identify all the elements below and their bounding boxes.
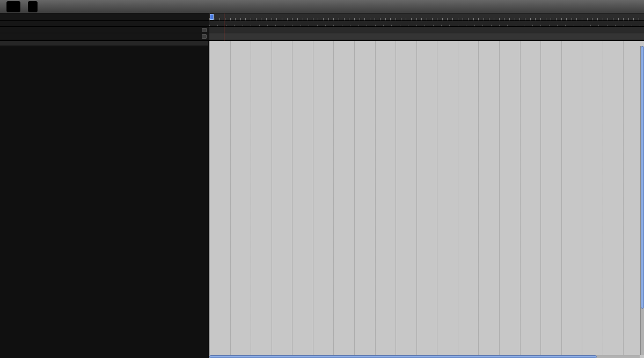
- column-headers: [0, 41, 208, 46]
- tempo-ruler[interactable]: [209, 27, 644, 33]
- horizontal-scrollbar[interactable]: [209, 355, 640, 358]
- ruler-label-markers[interactable]: [0, 33, 209, 40]
- ruler-labels: [0, 13, 209, 40]
- main-toolbar: [0, 0, 644, 13]
- add-marker-button[interactable]: [202, 34, 207, 39]
- edit-window-body: [0, 41, 644, 358]
- timeline-rulers: [0, 13, 644, 41]
- ruler-label-min-secs[interactable]: [0, 21, 209, 27]
- ruler-label-bars-beats[interactable]: [0, 13, 209, 21]
- track-list: [0, 46, 208, 358]
- horizontal-scroll-thumb[interactable]: [209, 355, 597, 358]
- minsec-ruler[interactable]: [209, 21, 644, 27]
- timeline-selection-marker[interactable]: [210, 14, 214, 20]
- protools-edit-window: [0, 0, 644, 358]
- vertical-scroll-thumb[interactable]: [641, 46, 644, 309]
- add-tempo-event-button[interactable]: [202, 28, 207, 32]
- cursor-display: [6, 1, 20, 12]
- ruler-label-tempo[interactable]: [0, 27, 209, 33]
- markers-ruler[interactable]: [209, 33, 644, 40]
- edit-arrange-area[interactable]: [209, 41, 644, 358]
- ruler-content: [209, 13, 644, 40]
- nudge-display: [28, 1, 38, 12]
- bars-ruler[interactable]: [209, 13, 644, 21]
- edit-cursor: [224, 13, 224, 41]
- track-controls-panel: [0, 41, 209, 358]
- vertical-scrollbar[interactable]: [640, 46, 644, 355]
